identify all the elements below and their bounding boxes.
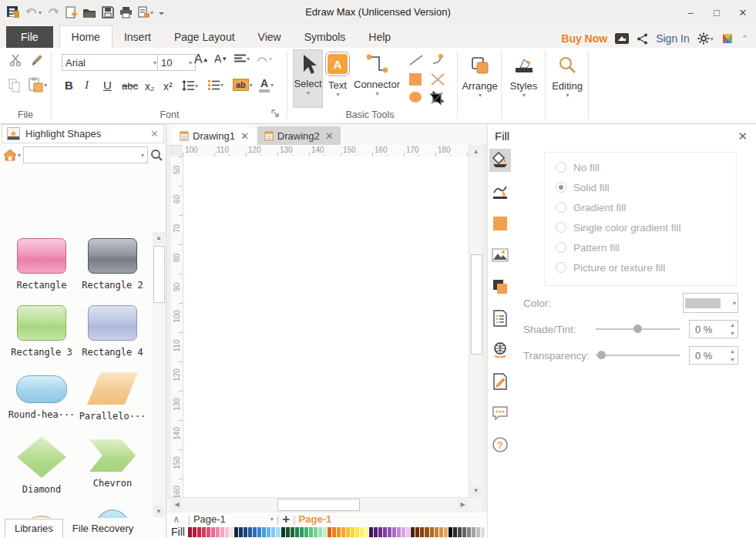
align-text-icon[interactable]: ▾ — [234, 54, 250, 64]
color-swatch[interactable] — [216, 527, 220, 537]
color-swatch[interactable] — [439, 527, 443, 537]
undo-button[interactable]: ▾ — [25, 7, 42, 18]
color-swatch[interactable] — [239, 527, 243, 537]
text-highlight-icon[interactable]: ab▾ — [233, 79, 253, 91]
drawing-tab[interactable]: Drawing2 ✕ — [257, 126, 341, 145]
color-swatch[interactable] — [286, 527, 290, 537]
vertical-scrollbar[interactable]: ▲ ▼ — [469, 145, 482, 497]
library-search-input[interactable]: ▾ — [23, 146, 148, 163]
line-style-icon[interactable] — [489, 180, 511, 203]
buy-now-link[interactable]: Buy Now — [561, 32, 607, 45]
text-tool-button[interactable]: A Text ▾ — [324, 49, 351, 106]
help-icon[interactable]: ? — [489, 433, 511, 456]
settings-gear-icon[interactable]: ▾ — [697, 32, 714, 45]
color-swatch[interactable] — [346, 527, 350, 537]
color-swatch[interactable] — [207, 527, 210, 537]
scroll-down-icon[interactable]: ▼ — [153, 506, 165, 517]
add-page-button[interactable]: + — [282, 512, 290, 527]
color-swatch[interactable] — [402, 527, 405, 537]
color-swatch[interactable] — [462, 527, 466, 537]
bullet-list-icon[interactable]: ▾ — [208, 80, 223, 90]
menu-tab[interactable]: View — [247, 26, 293, 48]
color-swatch[interactable] — [318, 527, 322, 537]
color-swatch[interactable] — [267, 527, 270, 537]
active-page-tab[interactable]: Page-1 — [299, 513, 332, 525]
maximize-button[interactable]: □ — [704, 2, 730, 22]
color-swatch[interactable] — [420, 527, 424, 537]
fill-option-radio[interactable]: Single color gradient fill — [556, 217, 736, 237]
shape-item[interactable]: Chevron — [77, 438, 148, 505]
color-swatch[interactable] — [355, 527, 359, 537]
collapse-pages-icon[interactable]: ∧ — [173, 513, 180, 525]
color-swatch[interactable] — [351, 527, 354, 537]
color-swatch[interactable] — [476, 527, 480, 537]
color-swatch[interactable] — [281, 527, 285, 537]
color-swatch[interactable] — [435, 527, 438, 537]
color-swatch[interactable] — [276, 527, 280, 537]
font-size-combo[interactable]: 10▾ — [157, 54, 196, 71]
color-swatch[interactable] — [323, 527, 327, 537]
shape-item[interactable]: Rectangle 2 — [77, 237, 148, 304]
scroll-up-icon[interactable]: ▲ — [153, 232, 165, 244]
color-swatch[interactable] — [406, 527, 410, 537]
strikethrough-button[interactable]: abc — [122, 80, 138, 92]
color-swatch[interactable] — [369, 527, 373, 537]
color-swatch[interactable] — [220, 527, 224, 537]
menu-tab[interactable]: File — [6, 26, 53, 48]
color-swatch[interactable] — [211, 527, 215, 537]
crop-tool-icon[interactable] — [430, 91, 444, 105]
increase-font-icon[interactable]: A▲ — [194, 52, 209, 66]
color-swatch[interactable] — [425, 527, 428, 537]
bold-button[interactable]: B — [65, 79, 73, 92]
color-swatch[interactable] — [415, 527, 419, 537]
scroll-down-icon[interactable]: ▼ — [470, 485, 482, 496]
curve-text-icon[interactable]: ▾ — [256, 54, 272, 63]
snapshot-icon[interactable] — [615, 33, 629, 44]
drawing-tab[interactable]: Drawing1 ✕ — [173, 126, 256, 145]
minimize-button[interactable]: – — [677, 2, 704, 22]
color-swatch[interactable] — [397, 527, 401, 537]
color-swatch[interactable] — [234, 527, 238, 537]
fill-option-radio[interactable]: No fill — [556, 157, 736, 177]
color-swatch[interactable] — [467, 527, 471, 537]
color-swatch[interactable] — [383, 527, 387, 537]
scroll-up-icon[interactable]: ▲ — [470, 146, 482, 157]
menu-tab[interactable]: Insert — [113, 26, 163, 48]
arrange-button[interactable]: Arrange ▾ — [459, 49, 501, 106]
freeform-tool-icon[interactable] — [430, 72, 445, 86]
color-swatch[interactable] — [453, 527, 457, 537]
color-swatch[interactable] — [411, 527, 415, 537]
library-close-icon[interactable]: ✕ — [150, 128, 159, 140]
font-dialog-launcher-icon[interactable] — [271, 109, 280, 118]
page-selector[interactable]: Page-1 — [193, 513, 226, 525]
color-swatch[interactable] — [248, 527, 252, 537]
color-swatch[interactable] — [291, 527, 294, 537]
color-swatch[interactable] — [449, 527, 452, 537]
shape-item[interactable]: Rectangle — [6, 237, 77, 304]
comment-icon[interactable] — [489, 402, 511, 425]
library-home-icon[interactable]: ▾ — [3, 149, 21, 161]
italic-button[interactable]: I — [85, 79, 89, 92]
save-button[interactable] — [102, 6, 114, 18]
color-swatch[interactable] — [257, 527, 261, 537]
shape-item[interactable]: Parallelo··· — [77, 371, 148, 438]
color-swatch[interactable] — [430, 527, 434, 537]
sign-in-link[interactable]: Sign In — [656, 32, 690, 45]
redo-button[interactable] — [47, 7, 59, 18]
font-color-icon[interactable]: A ▾ — [259, 77, 274, 92]
color-swatch[interactable] — [244, 527, 247, 537]
note-icon[interactable] — [489, 370, 511, 393]
open-button[interactable] — [82, 7, 96, 18]
menu-tab[interactable]: Home — [59, 25, 113, 48]
menu-tab[interactable]: Help — [357, 26, 402, 48]
hyperlink-icon[interactable] — [489, 338, 511, 361]
color-swatch[interactable] — [225, 527, 229, 537]
shadow-icon[interactable] — [489, 275, 511, 298]
shapes-scrollbar[interactable]: ▲ ▼ — [153, 232, 165, 517]
drawing-canvas[interactable] — [183, 156, 469, 497]
font-family-combo[interactable]: Arial▾ — [62, 54, 160, 71]
color-swatch[interactable] — [360, 527, 364, 537]
transparency-spinner[interactable]: 0 % ▲▼ — [689, 346, 738, 365]
color-swatch[interactable] — [458, 527, 462, 537]
scrollbar-thumb[interactable] — [153, 246, 165, 303]
